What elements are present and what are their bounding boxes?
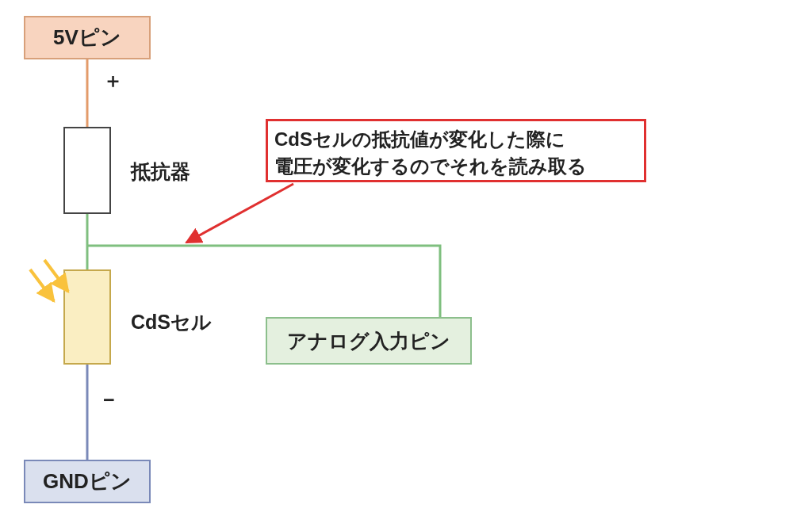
resistor-symbol — [63, 127, 111, 214]
callout-box: CdSセルの抵抗値が変化した際に 電圧が変化するのでそれを読み取る — [266, 119, 646, 182]
minus-label: − — [103, 388, 115, 411]
cds-label: CdSセル — [131, 309, 212, 335]
callout-line1: CdSセルの抵抗値が変化した際に — [274, 128, 565, 150]
resistor-label: 抵抗器 — [131, 159, 190, 185]
wire-junction-to-analog — [87, 246, 440, 317]
callout-arrow — [186, 184, 293, 243]
light-arrow-icon — [30, 269, 54, 301]
analog-input-box: アナログ入力ピン — [266, 317, 472, 365]
plus-label: ＋ — [103, 67, 123, 94]
cds-cell-symbol — [63, 269, 111, 365]
callout-line2: 電圧が変化するのでそれを読み取る — [274, 155, 587, 177]
pin-5v-box: 5Vピン — [24, 16, 151, 59]
gnd-pin-box: GNDピン — [24, 460, 151, 503]
